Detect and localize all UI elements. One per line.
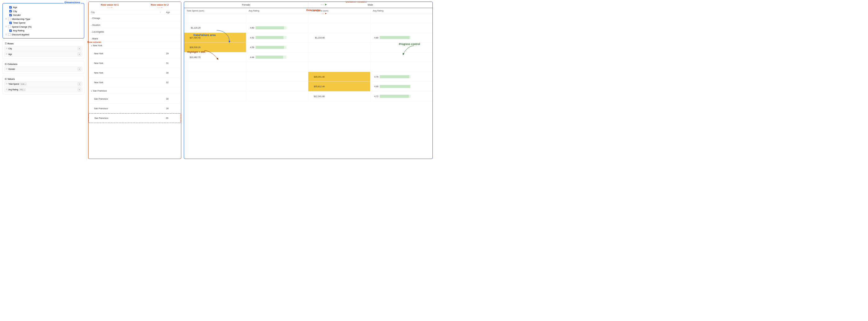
column-field-item[interactable]: ⠿Gender✕ — [5, 67, 83, 72]
female-spend-cell: $28,539.20 — [184, 42, 246, 52]
table-row: San Francisco29 — [89, 113, 181, 123]
data-row: $35,812.40 4.90 — [184, 82, 432, 92]
male-rating-bar-outer — [380, 75, 411, 78]
table-row: San Francisco28 — [89, 104, 181, 113]
data-row: $35,091.80 4.76 — [184, 72, 432, 82]
dimension-label: Age — [13, 6, 17, 9]
rows-fields-list: ⠿City✕⠿Age✕ — [5, 46, 83, 57]
columns-section: ⊞ Columns ⠿Gender✕ — [2, 61, 85, 74]
expand-icon[interactable]: › — [91, 31, 92, 33]
male-col-group: Male Column header - - ➤ — [308, 2, 432, 8]
table-row: ›Houston — [89, 22, 181, 28]
dimension-checkbox[interactable] — [8, 18, 10, 20]
expand-icon[interactable]: ∨ — [91, 44, 93, 46]
male-rating-cell — [370, 13, 432, 23]
male-rating-cell: 4.72 — [370, 92, 432, 101]
values-label: Values — [7, 77, 15, 81]
female-col-group: Female — [184, 2, 308, 8]
dimension-checkbox[interactable] — [9, 14, 12, 16]
female-rating-value: 4.60 — [249, 27, 254, 29]
table-row: San Francisco30 — [89, 94, 181, 104]
male-rating-cell — [370, 23, 432, 33]
row-field-item[interactable]: ⠿Age✕ — [5, 52, 83, 57]
dimension-checkbox[interactable] — [9, 29, 12, 32]
expand-icon[interactable]: › — [91, 17, 92, 19]
female-rating-cell: 4.44 — [246, 53, 308, 62]
dimensions-section: Dimensions AgeCityGender⠿Membership Type… — [2, 3, 85, 38]
male-rating-bar-outer — [380, 95, 411, 98]
female-spend-cell: $10,462.70 — [184, 53, 246, 62]
rows-label: Rows — [7, 42, 14, 45]
dimension-item: ⠿Membership Type — [5, 17, 82, 21]
dimension-label: Gender — [13, 14, 21, 17]
data-row: $10,462.70 4.44 — [184, 53, 432, 62]
field-name: Age — [8, 53, 12, 56]
dimension-checkbox[interactable] — [9, 22, 12, 24]
dimension-checkbox[interactable] — [9, 6, 12, 8]
dimension-checkbox[interactable] — [8, 33, 10, 36]
female-rating-cell — [246, 72, 308, 82]
data-row: $28,539.20 4.59 — [184, 42, 432, 53]
sort-arrow[interactable]: ↑ — [160, 11, 166, 14]
rows-header: ☰ Rows Row column — [5, 42, 83, 45]
drag-handle-icon[interactable]: ⠿ — [6, 47, 7, 50]
male-rating-cell: 4.76 — [370, 72, 432, 82]
female-rating-bar — [255, 26, 284, 30]
expand-icon[interactable]: › — [91, 24, 92, 26]
remove-field-button[interactable]: ✕ — [78, 83, 81, 86]
city-cell: ›Miami — [91, 37, 160, 40]
data-headers: Total Spend (sum) Avg Rating Data header… — [184, 8, 432, 13]
remove-field-button[interactable]: ✕ — [78, 68, 81, 71]
middle-panel: Row value lvl 1 - - - -> Row value lvl 2… — [88, 2, 181, 159]
remove-field-button[interactable]: ✕ — [78, 53, 81, 56]
aggregation-badge[interactable]: SUM ∨ — [20, 83, 26, 85]
male-spend-value: $12,341.80 — [311, 95, 325, 97]
expand-icon[interactable]: ∨ — [91, 90, 93, 92]
table-row: ∨New York — [89, 42, 181, 49]
row-field-item[interactable]: ⠿City✕ — [5, 46, 83, 51]
dimensions-list: AgeCityGender⠿Membership TypeTotal Spend… — [5, 5, 82, 36]
female-rating-header: Avg Rating Data header - - ➤ — [246, 8, 308, 13]
male-rating-cell — [370, 62, 432, 72]
male-rating-value: 4.76 — [373, 75, 378, 78]
drag-handle-icon[interactable]: ⠿ — [6, 53, 7, 56]
drag-handle-icon[interactable]: ⠿ — [6, 68, 7, 70]
value-field-item[interactable]: ⠿Total SpendSUM ∨✕ — [5, 82, 83, 87]
rows-section: ☰ Rows Row column ⠿City✕⠿Age✕ — [2, 40, 85, 59]
middle-panel-header: Row value lvl 1 - - - -> Row value lvl 2… — [89, 2, 181, 10]
table-row: ∨San Francisco — [89, 87, 181, 94]
dimension-label: Spend Change (%) — [12, 26, 32, 28]
male-rating-bar — [380, 75, 409, 78]
aggregation-badge[interactable]: PRG ∨ — [19, 89, 26, 91]
columns-header: ⊞ Columns — [5, 63, 83, 65]
female-spend-cell — [184, 92, 246, 101]
drag-handle-icon[interactable]: ⠿ — [5, 18, 7, 20]
dimension-checkbox[interactable] — [8, 26, 10, 28]
data-row: $27,404.40 4.52 $1,210.60 4.80 — [184, 33, 432, 43]
remove-field-button[interactable]: ✕ — [78, 47, 81, 50]
drag-handle-icon[interactable]: ⠿ — [6, 83, 7, 85]
drag-handle-icon[interactable]: ⠿ — [5, 26, 7, 28]
drag-handle-icon[interactable]: ⠿ — [5, 33, 7, 36]
value-field-item[interactable]: ⠿Avg RatingPRG ∨✕ — [5, 87, 83, 92]
age-cell: 30 — [166, 97, 179, 100]
male-rating-value: 4.90 — [373, 85, 378, 88]
dimensions-title: Dimensions — [64, 1, 81, 4]
age-cell: 29 — [166, 117, 178, 120]
female-rating-cell — [246, 13, 308, 23]
dimension-checkbox[interactable] — [9, 10, 12, 12]
expand-icon[interactable]: › — [91, 38, 92, 40]
row-value-lvl2-label: Row value lvl 2 — [151, 3, 168, 6]
male-spend-cell: $1,210.60 — [308, 33, 370, 42]
male-spend-cell: $35,812.40 — [308, 82, 370, 91]
female-spend-value: $28,539.20 — [187, 46, 200, 49]
female-spend-cell — [184, 72, 246, 82]
remove-field-button[interactable]: ✕ — [78, 88, 81, 91]
city-cell: ›Chicago — [91, 17, 160, 19]
data-header-annotation: Data header — [306, 9, 321, 11]
drag-handle-icon[interactable]: ⠿ — [6, 89, 7, 91]
dimension-label: Discount Applied — [12, 33, 29, 36]
female-spend-cell — [184, 13, 246, 23]
male-spend-value: $35,812.40 — [311, 85, 325, 88]
male-rating-bar-outer — [380, 36, 411, 39]
